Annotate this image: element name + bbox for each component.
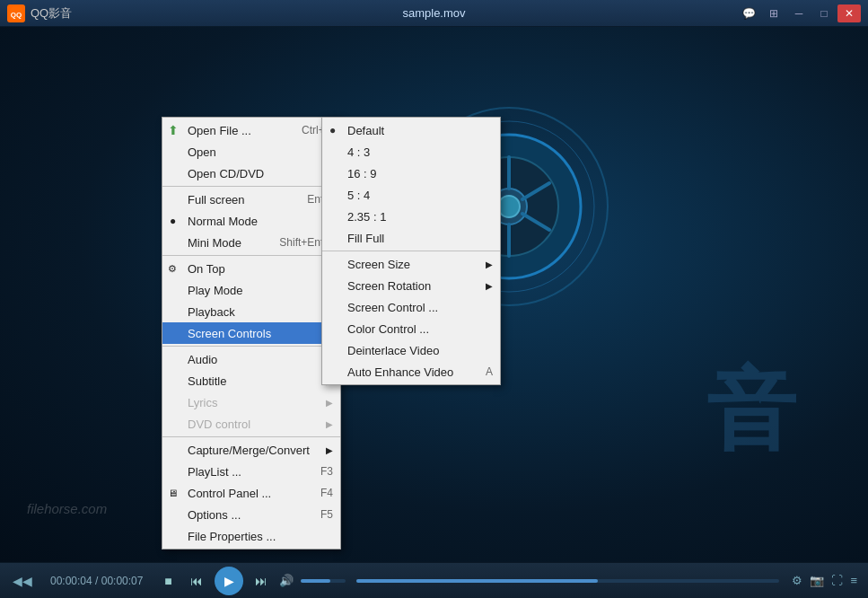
submenu-screen-size-arrow: ▶	[486, 259, 493, 269]
titlebar: QQ QQ影音 sample.mov 💬 ⊞ ─ □ ✕	[0, 0, 868, 27]
volume-control[interactable]	[301, 579, 346, 583]
submenu-default-label: Default	[347, 124, 384, 137]
volume-bar[interactable]	[301, 579, 346, 583]
watermark: filehorse.com	[27, 501, 107, 517]
menu-control-panel-label: Control Panel ...	[188, 487, 271, 500]
close-btn[interactable]: ✕	[837, 4, 861, 22]
chinese-char: 音	[706, 351, 796, 472]
menu-open-file-label: Open File ...	[188, 124, 251, 137]
submenu-screen-size-label: Screen Size	[347, 258, 410, 271]
submenu-235-1-label: 2.35 : 1	[347, 210, 386, 224]
menu-control-panel-shortcut: F4	[320, 487, 333, 499]
submenu-separator-1	[322, 251, 500, 251]
menu-options-shortcut: F5	[320, 508, 333, 521]
titlebar-controls: 💬 ⊞ ─ □ ✕	[737, 4, 861, 22]
volume-fill	[301, 579, 330, 583]
menu-subtitle-label: Subtitle	[188, 374, 226, 388]
play-btn[interactable]: ▶	[215, 567, 243, 595]
menu-screen-controls[interactable]: Screen Controls ▶	[162, 322, 340, 344]
menu-lyrics-arrow: ▶	[326, 398, 333, 408]
settings-btn[interactable]: ⚙	[790, 572, 804, 589]
submenu-deinterlace-label: Deinterlace Video	[347, 344, 439, 357]
prev-btn[interactable]: ⏮	[186, 570, 207, 592]
menu-open[interactable]: Open ▶	[162, 141, 340, 163]
submenu-16-9[interactable]: 16 : 9	[322, 163, 500, 184]
minimize-btn[interactable]: ─	[787, 4, 811, 22]
menu-on-top[interactable]: ⚙ On Top ▶	[162, 258, 340, 279]
menu-mini-mode[interactable]: Mini Mode Shift+Enter	[162, 232, 340, 253]
menu-playback[interactable]: Playback ▶	[162, 301, 340, 322]
submenu-fill-full-label: Fill Full	[347, 232, 384, 245]
menu-playlist-label: PlayList ...	[188, 465, 241, 479]
menu-file-properties[interactable]: File Properties ...	[162, 525, 340, 547]
on-top-icon: ⚙	[168, 263, 177, 275]
submenu-auto-enhance-shortcut: A	[486, 365, 493, 378]
submenu-16-9-label: 16 : 9	[347, 167, 377, 180]
submenu-color-control[interactable]: Color Control ...	[322, 318, 500, 339]
menu-open-cd[interactable]: Open CD/DVD	[162, 163, 340, 184]
menu-open-file[interactable]: ⬆ Open File ... Ctrl+O	[162, 119, 340, 141]
menu-screen-controls-label: Screen Controls	[188, 327, 271, 340]
menu-control-panel[interactable]: 🖥 Control Panel ... F4	[162, 482, 340, 504]
submenu-fill-full[interactable]: Fill Full	[322, 227, 500, 249]
submenu-auto-enhance[interactable]: Auto Enhance Video A	[322, 361, 500, 383]
menu-full-screen-label: Full screen	[188, 193, 245, 207]
time-display: 00:00:04 / 00:00:07	[50, 575, 143, 587]
stop-btn[interactable]: ■	[157, 570, 179, 592]
menu-capture-merge[interactable]: Capture/Merge/Convert ▶	[162, 439, 340, 461]
svg-point-13	[498, 196, 520, 217]
playlist-btn[interactable]: ≡	[848, 572, 859, 589]
right-controls: ⚙ 📷 ⛶ ≡	[790, 572, 859, 589]
submenu-color-control-label: Color Control ...	[347, 322, 429, 336]
maximize-btn[interactable]: □	[812, 4, 836, 22]
menu-options[interactable]: Options ... F5	[162, 504, 340, 525]
video-btn[interactable]: 📷	[808, 572, 826, 589]
menu-full-screen[interactable]: Full screen Enter	[162, 189, 340, 210]
next-btn[interactable]: ⏭	[250, 570, 272, 592]
menu-play-mode[interactable]: Play Mode ▶	[162, 279, 340, 301]
control-panel-icon: 🖥	[168, 488, 178, 498]
menu-audio[interactable]: Audio ▶	[162, 348, 340, 370]
message-btn[interactable]: 💬	[737, 4, 760, 22]
menu-options-label: Options ...	[188, 508, 241, 522]
menu-file-properties-label: File Properties ...	[188, 530, 276, 543]
titlebar-left: QQ QQ影音	[7, 4, 72, 22]
progress-fill	[356, 579, 597, 583]
menu-normal-mode[interactable]: ● Normal Mode	[162, 210, 340, 232]
menu-play-mode-label: Play Mode	[188, 284, 242, 297]
seek-back-btn[interactable]: ◀◀	[9, 572, 36, 590]
submenu-auto-enhance-label: Auto Enhance Video	[347, 365, 453, 379]
submenu-deinterlace[interactable]: Deinterlace Video	[322, 339, 500, 361]
normal-mode-check: ●	[170, 215, 176, 227]
submenu-default[interactable]: ● Default	[322, 119, 500, 141]
app-logo: QQ	[7, 4, 25, 22]
skin-btn[interactable]: ⊞	[762, 4, 785, 22]
submenu-screen-rotation-label: Screen Rotation	[347, 279, 431, 293]
progress-bar[interactable]	[356, 579, 779, 583]
submenu-4-3[interactable]: 4 : 3	[322, 141, 500, 163]
submenu-screen-size[interactable]: Screen Size ▶	[322, 253, 500, 275]
menu-lyrics[interactable]: Lyrics ▶	[162, 391, 340, 413]
menu-capture-merge-arrow: ▶	[326, 445, 333, 455]
svg-text:QQ: QQ	[11, 11, 22, 19]
fullscreen-btn[interactable]: ⛶	[829, 572, 845, 589]
submenu-screen-rotation[interactable]: Screen Rotation ▶	[322, 275, 500, 296]
menu-dvd-control-arrow: ▶	[326, 419, 333, 429]
window-title: sample.mov	[402, 6, 465, 20]
menu-lyrics-label: Lyrics	[188, 396, 217, 409]
menu-open-cd-label: Open CD/DVD	[188, 167, 264, 180]
submenu-235-1[interactable]: 2.35 : 1	[322, 206, 500, 227]
menu-on-top-label: On Top	[188, 262, 225, 276]
menu-playlist[interactable]: PlayList ... F3	[162, 461, 340, 482]
context-menu: ⬆ Open File ... Ctrl+O Open ▶ Open CD/DV…	[162, 117, 341, 550]
menu-dvd-control-label: DVD control	[188, 418, 250, 431]
separator-1	[162, 186, 340, 187]
menu-mini-mode-label: Mini Mode	[188, 236, 241, 250]
menu-dvd-control[interactable]: DVD control ▶	[162, 413, 340, 435]
app-name: QQ影音	[31, 5, 72, 22]
submenu-screen-rotation-arrow: ▶	[486, 281, 493, 291]
menu-subtitle[interactable]: Subtitle ▶	[162, 370, 340, 391]
menu-normal-mode-label: Normal Mode	[188, 215, 258, 228]
submenu-5-4[interactable]: 5 : 4	[322, 184, 500, 206]
submenu-screen-control[interactable]: Screen Control ...	[322, 296, 500, 318]
